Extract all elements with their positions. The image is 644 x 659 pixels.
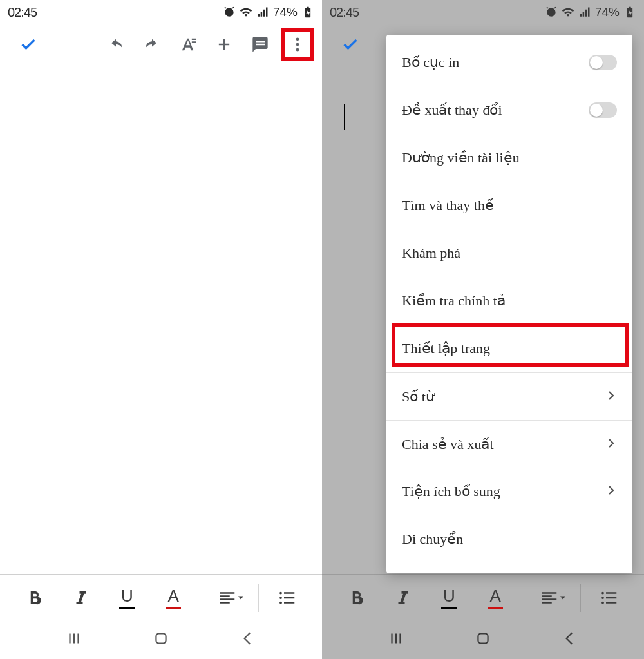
alarm-icon bbox=[223, 6, 236, 19]
menu-addons[interactable]: Tiện ích bổ sung bbox=[386, 468, 632, 515]
home-button[interactable] bbox=[475, 630, 491, 649]
redo-button[interactable] bbox=[137, 29, 167, 60]
status-bar: 02:45 74% bbox=[0, 0, 322, 24]
more-button-highlight bbox=[281, 28, 314, 61]
status-battery: 74% bbox=[595, 5, 620, 19]
format-bar-separator bbox=[580, 584, 581, 612]
status-bar: 02:45 74% bbox=[322, 0, 644, 24]
chevron-right-icon bbox=[605, 483, 617, 500]
status-time: 02:45 bbox=[8, 5, 37, 20]
top-toolbar bbox=[0, 24, 322, 64]
overflow-menu: Bố cục in Đề xuất thay đổi Đường viền tà… bbox=[386, 35, 632, 573]
bold-button[interactable] bbox=[339, 582, 375, 613]
align-button[interactable] bbox=[535, 582, 571, 613]
underline-button[interactable]: U bbox=[109, 582, 145, 613]
format-bar-separator bbox=[524, 584, 524, 612]
svg-point-0 bbox=[296, 38, 299, 41]
svg-point-7 bbox=[601, 591, 604, 594]
menu-suggest-changes[interactable]: Đề xuất thay đổi bbox=[386, 86, 632, 134]
status-battery: 74% bbox=[273, 5, 298, 19]
menu-move[interactable]: Di chuyển bbox=[386, 515, 632, 563]
list-button[interactable] bbox=[591, 582, 627, 613]
home-button[interactable] bbox=[153, 630, 169, 649]
status-time: 02:45 bbox=[330, 5, 359, 20]
more-button[interactable] bbox=[285, 32, 310, 57]
document-canvas[interactable] bbox=[0, 64, 322, 574]
status-icons: 74% bbox=[545, 5, 636, 19]
svg-rect-10 bbox=[478, 633, 488, 643]
list-button[interactable] bbox=[269, 582, 305, 613]
comment-button[interactable] bbox=[245, 29, 276, 60]
battery-charging-icon bbox=[301, 6, 314, 19]
recents-button[interactable] bbox=[388, 630, 404, 649]
align-button[interactable] bbox=[213, 582, 249, 613]
bold-button[interactable] bbox=[17, 582, 53, 613]
italic-button[interactable] bbox=[63, 582, 99, 613]
battery-charging-icon bbox=[623, 6, 636, 19]
format-bar-separator bbox=[202, 584, 202, 612]
toggle-print-layout[interactable] bbox=[589, 55, 617, 70]
menu-item-label: Đề xuất thay đổi bbox=[402, 102, 502, 119]
menu-item-label: Kiểm tra chính tả bbox=[402, 292, 506, 309]
chevron-right-icon bbox=[605, 436, 617, 453]
menu-item-label: Khám phá bbox=[402, 245, 460, 262]
text-cursor bbox=[344, 104, 345, 130]
wifi-icon bbox=[240, 6, 252, 19]
menu-share-export[interactable]: Chia sẻ và xuất bbox=[386, 420, 632, 468]
svg-point-5 bbox=[279, 601, 282, 604]
system-nav-bar bbox=[322, 620, 644, 659]
svg-rect-6 bbox=[156, 633, 166, 643]
back-button[interactable] bbox=[240, 630, 256, 649]
menu-item-label: Đường viền tài liệu bbox=[402, 149, 520, 166]
menu-page-setup[interactable]: Thiết lập trang bbox=[386, 325, 632, 372]
done-button[interactable] bbox=[13, 29, 44, 60]
text-format-button[interactable] bbox=[173, 29, 204, 60]
menu-item-label: Chia sẻ và xuất bbox=[402, 436, 494, 453]
toggle-suggest-changes[interactable] bbox=[589, 102, 617, 118]
menu-print-layout[interactable]: Bố cục in bbox=[386, 39, 632, 86]
svg-point-4 bbox=[279, 597, 282, 599]
insert-button[interactable] bbox=[209, 29, 240, 60]
menu-item-label: Bố cục in bbox=[402, 54, 459, 71]
menu-item-label: Tìm và thay thế bbox=[402, 197, 494, 214]
svg-point-2 bbox=[296, 48, 299, 52]
menu-document-outline[interactable]: Đường viền tài liệu bbox=[386, 134, 632, 182]
menu-word-count[interactable]: Số từ bbox=[386, 372, 632, 420]
status-icons: 74% bbox=[223, 5, 314, 19]
back-button[interactable] bbox=[562, 630, 578, 649]
format-bar: U A bbox=[322, 574, 644, 620]
svg-point-9 bbox=[601, 601, 604, 604]
menu-item-label: Tiện ích bổ sung bbox=[402, 483, 500, 500]
menu-item-label: Số từ bbox=[402, 388, 435, 405]
screen-left: 02:45 74% U A bbox=[0, 0, 322, 659]
undo-button[interactable] bbox=[100, 29, 131, 60]
underline-button[interactable]: U bbox=[431, 582, 467, 613]
recents-button[interactable] bbox=[66, 630, 82, 649]
svg-point-3 bbox=[279, 591, 282, 594]
menu-spell-check[interactable]: Kiểm tra chính tả bbox=[386, 277, 632, 325]
signal-icon bbox=[256, 6, 269, 19]
italic-button[interactable] bbox=[385, 582, 421, 613]
format-bar-separator bbox=[258, 584, 259, 612]
menu-item-label: Di chuyển bbox=[402, 531, 463, 548]
text-color-button[interactable]: A bbox=[155, 582, 191, 613]
menu-find-replace[interactable]: Tìm và thay thế bbox=[386, 182, 632, 229]
alarm-icon bbox=[545, 6, 558, 19]
svg-point-1 bbox=[296, 43, 299, 46]
screen-right: 02:45 74% U A Bố cục in bbox=[322, 0, 644, 659]
menu-explore[interactable]: Khám phá bbox=[386, 229, 632, 277]
svg-point-8 bbox=[601, 597, 604, 599]
system-nav-bar bbox=[0, 620, 322, 659]
text-color-button[interactable]: A bbox=[477, 582, 513, 613]
done-button[interactable] bbox=[335, 29, 366, 60]
menu-item-label: Thiết lập trang bbox=[402, 340, 490, 357]
signal-icon bbox=[578, 6, 591, 19]
format-bar: U A bbox=[0, 574, 322, 620]
wifi-icon bbox=[562, 6, 574, 19]
chevron-right-icon bbox=[605, 388, 617, 405]
